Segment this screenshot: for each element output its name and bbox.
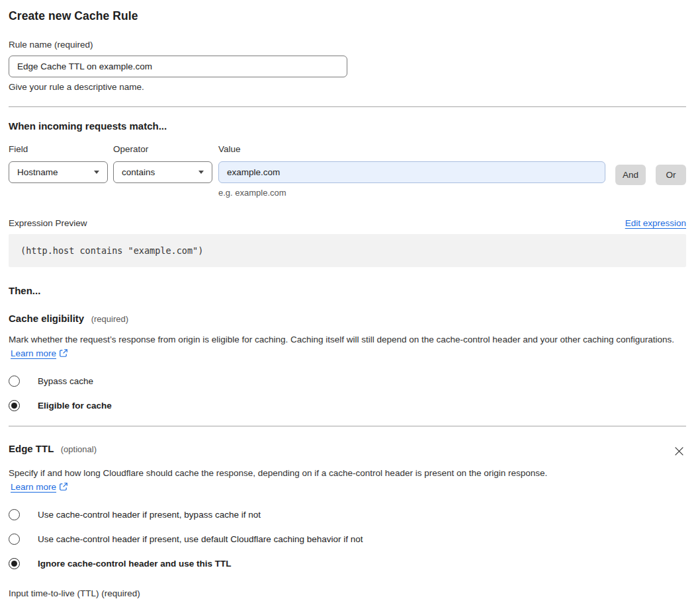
cache-eligibility-qualifier: (required) — [91, 314, 128, 324]
radio-label: Ignore cache-control header and use this… — [38, 559, 232, 569]
rule-name-group: Rule name (required) Give your rule a de… — [9, 38, 686, 92]
edge-ttl-qualifier: (optional) — [61, 444, 97, 454]
chevron-down-icon — [94, 171, 99, 174]
rule-name-input[interactable] — [9, 56, 347, 77]
divider — [9, 106, 686, 107]
radio-icon — [9, 509, 20, 520]
ttl-label: Input time-to-live (TTL) (required) — [9, 588, 140, 598]
cache-eligibility-header: Cache eligibility (required) — [9, 313, 686, 325]
field-column: Field Hostname — [9, 144, 108, 183]
cache-eligibility-options: Bypass cache Eligible for cache — [9, 376, 686, 411]
divider — [9, 426, 686, 426]
radio-icon-checked — [9, 400, 20, 411]
page-title: Create new Cache Rule — [9, 9, 686, 23]
operator-select[interactable]: contains — [113, 161, 212, 183]
edge-ttl-learn-more-link[interactable]: Learn more — [11, 482, 56, 492]
cache-eligibility-title: Cache eligibility — [9, 313, 84, 324]
edge-ttl-header: Edge TTL (optional) — [9, 443, 686, 458]
edge-ttl-title: Edge TTL — [9, 443, 54, 454]
external-link-icon — [59, 348, 68, 362]
radio-bypass-cache[interactable]: Bypass cache — [9, 376, 686, 387]
radio-use-header-bypass[interactable]: Use cache-control header if present, byp… — [9, 509, 686, 520]
or-button[interactable]: Or — [656, 165, 686, 185]
edge-ttl-description: Specify if and how long Cloudflare shoul… — [9, 466, 558, 495]
chevron-down-icon — [198, 171, 204, 174]
radio-ignore-header-use-ttl[interactable]: Ignore cache-control header and use this… — [9, 558, 686, 569]
close-icon — [674, 446, 685, 457]
cache-eligibility-title-wrap: Cache eligibility (required) — [9, 313, 128, 325]
field-select-value: Hostname — [17, 167, 58, 177]
radio-label: Eligible for cache — [38, 401, 112, 411]
edit-expression-link[interactable]: Edit expression — [625, 218, 686, 228]
match-section-heading: When incoming requests match... — [9, 120, 686, 132]
field-select[interactable]: Hostname — [9, 161, 108, 183]
radio-label: Use cache-control header if present, use… — [38, 534, 363, 544]
then-heading: Then... — [9, 285, 686, 296]
edge-ttl-description-text: Specify if and how long Cloudflare shoul… — [9, 468, 547, 478]
rule-name-help: Give your rule a descriptive name. — [9, 82, 686, 92]
create-cache-rule-page: Create new Cache Rule Rule name (require… — [0, 0, 700, 599]
edge-ttl-options: Use cache-control header if present, byp… — [9, 509, 686, 569]
operator-label: Operator — [113, 144, 212, 154]
value-column: Value e.g. example.com — [218, 144, 606, 198]
expression-code: (http.host contains "example.com") — [21, 245, 203, 256]
radio-eligible-for-cache[interactable]: Eligible for cache — [9, 400, 686, 411]
radio-label: Use cache-control header if present, byp… — [38, 510, 261, 520]
radio-icon — [9, 534, 20, 545]
cache-eligibility-description: Mark whether the request’s response from… — [9, 333, 686, 362]
value-input[interactable] — [218, 161, 605, 183]
operator-column: Operator contains — [113, 144, 212, 183]
edge-ttl-title-wrap: Edge TTL (optional) — [9, 443, 97, 455]
cache-eligibility-learn-more-link[interactable]: Learn more — [11, 348, 56, 358]
rule-name-label: Rule name (required) — [9, 40, 93, 50]
radio-icon — [9, 376, 20, 387]
radio-icon-checked — [9, 558, 20, 569]
ttl-input-group: Input time-to-live (TTL) (required) 1 da… — [9, 587, 686, 599]
close-edge-ttl-button[interactable] — [672, 444, 686, 458]
match-condition-row: Field Hostname Operator contains Value e… — [9, 144, 686, 198]
value-label: Value — [218, 144, 606, 154]
cache-eligibility-description-text: Mark whether the request’s response from… — [9, 335, 674, 344]
field-label: Field — [9, 144, 108, 154]
expression-header: Expression Preview Edit expression — [9, 218, 686, 228]
expression-code-block: (http.host contains "example.com") — [9, 234, 686, 267]
radio-use-header-default[interactable]: Use cache-control header if present, use… — [9, 534, 686, 545]
value-hint: e.g. example.com — [218, 188, 606, 198]
radio-label: Bypass cache — [38, 376, 93, 386]
operator-select-value: contains — [122, 167, 155, 177]
expression-preview-label: Expression Preview — [9, 218, 87, 228]
external-link-icon — [59, 481, 68, 495]
and-button[interactable]: And — [615, 165, 646, 185]
